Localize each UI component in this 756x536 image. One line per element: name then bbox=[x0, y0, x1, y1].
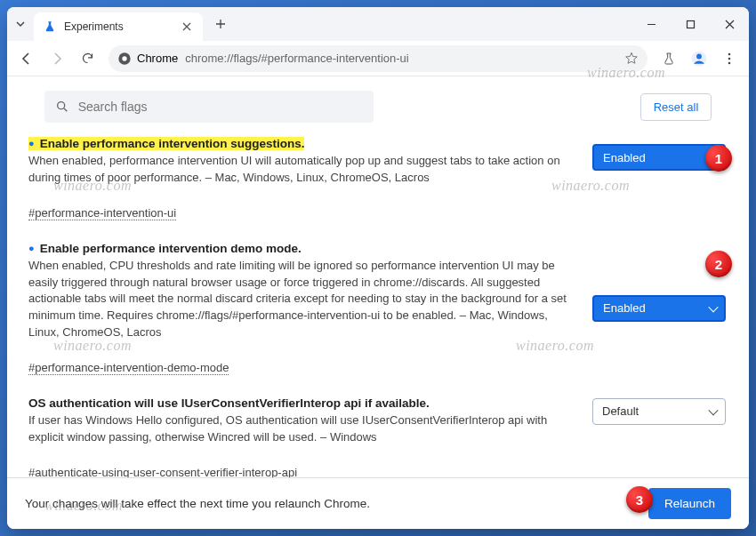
svg-point-6 bbox=[728, 57, 731, 60]
search-input[interactable] bbox=[78, 100, 363, 114]
flag-hash-link[interactable]: #performance-intervention-ui bbox=[28, 206, 176, 220]
labs-icon[interactable] bbox=[655, 44, 683, 73]
page-content: Reset all Enable performance interventio… bbox=[7, 76, 749, 529]
flag-row: OS authentication will use IUserConsentV… bbox=[28, 395, 728, 480]
flag-state-select[interactable]: Default bbox=[592, 398, 726, 425]
titlebar: Experiments bbox=[7, 7, 749, 41]
svg-point-7 bbox=[728, 61, 731, 64]
flag-state-select[interactable]: Enabled bbox=[592, 295, 726, 322]
chrome-label: Chrome bbox=[137, 52, 178, 65]
svg-point-5 bbox=[728, 52, 731, 55]
reload-button[interactable] bbox=[73, 44, 101, 73]
footer-message: Your changes will take effect the next t… bbox=[25, 497, 370, 510]
search-icon bbox=[55, 100, 69, 114]
minimize-button[interactable] bbox=[631, 7, 671, 41]
svg-point-8 bbox=[57, 102, 64, 109]
flag-row: Enable performance intervention suggesti… bbox=[28, 135, 728, 220]
chrome-logo-icon bbox=[117, 52, 132, 66]
flag-title: OS authentication will use IUserConsentV… bbox=[28, 396, 430, 410]
bookmark-star-icon[interactable] bbox=[624, 52, 639, 66]
flask-icon bbox=[43, 20, 57, 34]
flag-description: If user has Windows Hello configured, OS… bbox=[28, 412, 578, 446]
window-controls bbox=[631, 7, 749, 41]
flag-title: Enable performance intervention suggesti… bbox=[28, 137, 304, 150]
search-flags-box[interactable] bbox=[44, 91, 374, 123]
annotation-badge-2: 2 bbox=[705, 251, 732, 277]
flag-description: When enabled, performance intervention U… bbox=[28, 153, 578, 187]
reset-all-button[interactable]: Reset all bbox=[640, 93, 712, 121]
profile-avatar[interactable] bbox=[685, 44, 713, 73]
tabs-dropdown-icon[interactable] bbox=[7, 19, 34, 29]
annotation-badge-3: 3 bbox=[626, 486, 653, 513]
svg-rect-0 bbox=[687, 20, 694, 28]
annotation-badge-1: 1 bbox=[705, 145, 732, 172]
site-identity: Chrome bbox=[117, 52, 178, 66]
menu-icon[interactable] bbox=[715, 44, 744, 73]
maximize-button[interactable] bbox=[671, 7, 710, 41]
new-tab-button[interactable] bbox=[208, 12, 233, 36]
svg-point-4 bbox=[696, 53, 702, 59]
flag-row: Enable performance intervention demo mod… bbox=[28, 240, 728, 375]
forward-button[interactable] bbox=[43, 44, 71, 73]
address-bar[interactable]: Chrome chrome://flags/#performance-inter… bbox=[109, 45, 647, 72]
active-tab[interactable]: Experiments bbox=[34, 12, 203, 41]
toolbar: Chrome chrome://flags/#performance-inter… bbox=[7, 41, 749, 76]
flag-hash-link[interactable]: #performance-intervention-demo-mode bbox=[28, 361, 229, 375]
close-tab-icon[interactable] bbox=[180, 20, 194, 34]
relaunch-button[interactable]: Relaunch bbox=[648, 488, 731, 519]
browser-window: Experiments Chrome chrome://flags/#perfo… bbox=[7, 7, 749, 529]
flag-title: Enable performance intervention demo mod… bbox=[28, 242, 302, 255]
svg-point-2 bbox=[122, 56, 126, 60]
back-button[interactable] bbox=[12, 44, 41, 73]
tab-title: Experiments bbox=[64, 20, 173, 33]
flag-description: When enabled, CPU thresholds and rate li… bbox=[28, 258, 578, 341]
url-text: chrome://flags/#performance-intervention… bbox=[185, 52, 617, 65]
close-window-button[interactable] bbox=[710, 7, 749, 41]
